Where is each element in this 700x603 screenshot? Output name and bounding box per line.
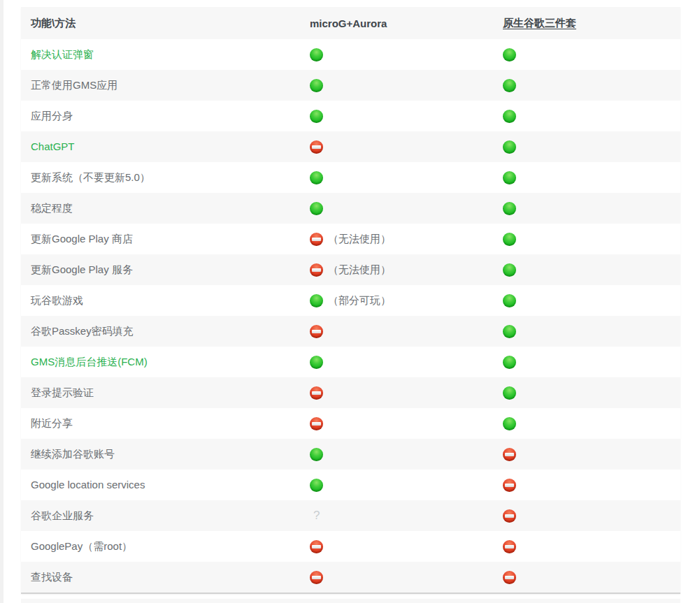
question-mark-icon: ? <box>310 509 320 523</box>
no-entry-icon <box>310 325 323 338</box>
green-circle-icon <box>503 171 516 184</box>
green-circle-icon <box>503 233 516 246</box>
table-row: 谷歌Passkey密码填充 <box>21 316 680 347</box>
green-circle-icon <box>310 294 323 307</box>
native-status-cell <box>503 355 680 368</box>
feature-cell: 谷歌企业服务 <box>21 509 310 523</box>
no-entry-icon <box>310 233 323 246</box>
feature-label: 更新系统（不要更新5.0） <box>31 171 150 183</box>
microg-status-cell <box>310 170 503 184</box>
native-status-cell <box>503 78 680 92</box>
no-entry-icon <box>310 571 323 584</box>
feature-link[interactable]: GMS消息后台推送(FCM) <box>31 356 148 368</box>
header-microg-aurora: microG+Aurora <box>310 17 503 29</box>
green-circle-icon <box>310 479 323 492</box>
microg-status-cell <box>310 416 503 430</box>
table-row: 附近分享 <box>21 408 680 439</box>
feature-label: 附近分享 <box>31 417 73 429</box>
native-status-cell <box>503 109 680 122</box>
microg-status-cell <box>310 355 503 368</box>
green-circle-icon <box>310 79 323 92</box>
no-entry-icon <box>503 479 516 492</box>
microg-status-cell <box>310 324 503 337</box>
feature-cell: 查找设备 <box>21 571 310 584</box>
native-status-cell <box>503 48 680 61</box>
microg-aurora-link[interactable]: microG+Aurora <box>310 17 387 29</box>
table-row: 登录提示验证 <box>21 377 680 408</box>
feature-cell: 附近分享 <box>21 417 310 430</box>
green-circle-icon <box>503 417 516 430</box>
green-circle-icon <box>503 140 516 154</box>
table-row: 更新Google Play 服务（无法使用） <box>21 254 680 285</box>
table-row: 玩谷歌游戏（部分可玩） <box>21 285 680 316</box>
microg-status-cell: （无法使用） <box>310 263 503 276</box>
microg-status-cell: （无法使用） <box>310 232 503 245</box>
feature-label: GooglePay（需root） <box>31 540 132 552</box>
table-row: 更新Google Play 商店（无法使用） <box>21 224 680 254</box>
native-status-cell <box>503 140 680 153</box>
native-status-cell <box>503 447 680 460</box>
feature-label: 应用分身 <box>31 110 73 122</box>
feature-cell: 谷歌Passkey密码填充 <box>21 325 310 338</box>
microg-status-cell <box>310 48 503 61</box>
feature-cell: GooglePay（需root） <box>21 540 310 553</box>
microg-status-cell <box>310 109 503 122</box>
feature-label: 稳定程度 <box>31 202 73 214</box>
green-circle-icon <box>503 202 516 215</box>
microg-status-cell <box>310 78 503 92</box>
feature-label: 更新Google Play 服务 <box>31 263 133 275</box>
feature-cell: Google location services <box>21 479 310 491</box>
green-circle-icon <box>310 356 323 369</box>
feature-cell: 正常使用GMS应用 <box>21 79 310 92</box>
native-status-cell <box>503 263 680 276</box>
green-circle-icon <box>310 171 323 184</box>
native-status-cell <box>503 570 680 583</box>
no-entry-icon <box>503 540 516 553</box>
green-circle-icon <box>503 110 516 123</box>
status-note: （无法使用） <box>328 263 391 275</box>
native-status-cell <box>503 293 680 307</box>
no-entry-icon <box>503 448 516 461</box>
status-note: （部分可玩） <box>328 294 391 306</box>
header-feature-label: 功能\方法 <box>31 17 76 29</box>
green-circle-icon <box>503 356 516 369</box>
green-circle-icon <box>503 79 516 92</box>
feature-link[interactable]: 解决认证弹窗 <box>31 48 94 60</box>
feature-cell: 应用分身 <box>21 110 310 123</box>
header-native-google: 原生谷歌三件套 <box>503 17 680 30</box>
green-circle-icon <box>310 110 323 123</box>
table-row: 更新系统（不要更新5.0） <box>21 162 680 193</box>
table-row: ChatGPT <box>21 131 680 162</box>
microg-status-cell <box>310 140 503 153</box>
feature-cell: 解决认证弹窗 <box>21 48 310 61</box>
green-circle-icon <box>503 263 516 277</box>
native-status-cell <box>503 478 680 491</box>
left-edge-strip <box>0 0 3 603</box>
native-status-cell <box>503 509 680 522</box>
microg-status-cell <box>310 201 503 215</box>
native-status-cell <box>503 232 680 245</box>
table-header-row: 功能\方法 microG+Aurora 原生谷歌三件套 <box>21 7 680 39</box>
feature-link[interactable]: ChatGPT <box>31 140 75 152</box>
native-status-cell <box>503 539 680 553</box>
feature-label: Google location services <box>31 479 145 491</box>
native-google-link[interactable]: 原生谷歌三件套 <box>503 17 576 29</box>
no-entry-icon <box>503 509 516 523</box>
feature-cell: 更新系统（不要更新5.0） <box>21 171 310 184</box>
next-section-top-edge <box>21 599 680 603</box>
table-row: 继续添加谷歌账号 <box>21 439 680 470</box>
feature-cell: 玩谷歌游戏 <box>21 294 310 307</box>
table-row: 解决认证弹窗 <box>21 39 680 70</box>
table-row: 正常使用GMS应用 <box>21 70 680 101</box>
green-circle-icon <box>503 48 516 61</box>
no-entry-icon <box>310 140 323 154</box>
feature-cell: 更新Google Play 商店 <box>21 233 310 246</box>
green-circle-icon <box>310 48 323 61</box>
microg-status-cell <box>310 539 503 553</box>
feature-cell: 稳定程度 <box>21 202 310 215</box>
feature-cell: 继续添加谷歌账号 <box>21 448 310 461</box>
feature-label: 谷歌Passkey密码填充 <box>31 325 134 337</box>
table-row: 查找设备 <box>21 562 680 593</box>
feature-label: 登录提示验证 <box>31 386 94 398</box>
feature-cell: ChatGPT <box>21 140 310 153</box>
